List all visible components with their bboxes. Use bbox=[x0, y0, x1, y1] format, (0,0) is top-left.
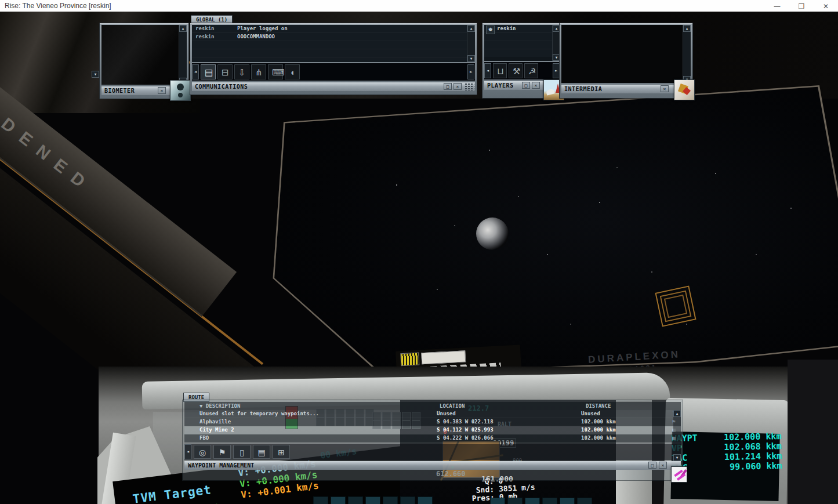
communications-message-list[interactable]: reskin Player logged on reskin OOOCOMMAN… bbox=[192, 25, 467, 62]
waypoint-titlebar[interactable]: WAYPOINT MANAGEMENT □ ✕ bbox=[184, 461, 681, 470]
players-toolbar: ◄ ⊔ ⚒ ☭ ► bbox=[484, 62, 560, 79]
radio-icon[interactable]: ▤ bbox=[201, 64, 216, 79]
antenna-icon[interactable]: ⋔ bbox=[251, 64, 266, 79]
nav-value: 99.060 kkm bbox=[708, 461, 782, 473]
player-row[interactable]: ☻ reskin bbox=[484, 25, 552, 33]
communications-scroll-down-button[interactable]: ▼ bbox=[467, 55, 475, 62]
resize-grip[interactable] bbox=[464, 82, 474, 91]
waypoint-scroll-down-button[interactable]: ▼ bbox=[673, 454, 681, 461]
waypoint-location: Unused bbox=[437, 410, 581, 418]
biometer-side-button[interactable]: ▼ bbox=[92, 71, 99, 78]
players-list[interactable]: ☻ reskin bbox=[484, 25, 552, 61]
communications-toolbar: ◄ ▤ ⊟ ⇩ ⋔ ⌨ ◖ ► bbox=[192, 63, 475, 81]
toolbar-scroll-right-button[interactable]: ► bbox=[553, 63, 560, 78]
column-distance[interactable]: DISTANCE bbox=[586, 402, 673, 410]
waypoint-location: S 04.222 W 026.066 bbox=[437, 434, 581, 442]
waypoint-location: S 04.112 W 025.993 bbox=[437, 426, 581, 434]
waypoint-row[interactable]: Unused slot for temporary waypoints... U… bbox=[184, 410, 681, 418]
biometer-panel: ▲ ▼ BIOMETER ✕ bbox=[100, 23, 188, 99]
biometer-scrollbar[interactable]: ▲ ▼ bbox=[179, 25, 187, 85]
message-row-empty bbox=[192, 57, 467, 62]
intermedia-titlebar[interactable]: INTERMEDIA ✕ bbox=[561, 85, 691, 93]
message-row[interactable]: reskin OOOCOMMANDOO bbox=[192, 33, 467, 41]
folder-add-icon[interactable]: ⊞ bbox=[273, 445, 290, 459]
message-sender: reskin bbox=[192, 33, 237, 41]
tools-icon[interactable]: ☭ bbox=[524, 63, 538, 78]
nav-distance-display: WAYPT102.000 kkm VP102.068 kkm TAC101.21… bbox=[671, 432, 782, 473]
waypoint-close-button[interactable]: ✕ bbox=[659, 462, 667, 469]
waypoint-panel: ROUTE ▼ DESCRIPTION LOCATION DISTANCE Un… bbox=[183, 393, 683, 480]
waypoint-table-header: ▼ DESCRIPTION LOCATION DISTANCE bbox=[184, 402, 681, 410]
players-scrollbar[interactable]: ▲ ▼ bbox=[552, 25, 560, 61]
player-row-empty bbox=[484, 41, 552, 49]
receive-icon[interactable]: ⇩ bbox=[234, 64, 249, 79]
waypoint-location: S 04.383 W 022.118 bbox=[437, 418, 581, 426]
message-text: OOOCOMMANDOO bbox=[237, 33, 467, 41]
message-sender: reskin bbox=[192, 25, 237, 32]
message-row-empty bbox=[192, 41, 467, 49]
waypoint-scrollbar[interactable]: ▲ ▼ bbox=[673, 410, 681, 461]
toolbar-scroll-left-button[interactable]: ◄ bbox=[184, 444, 191, 459]
communications-frame: reskin Player logged on reskin OOOCOMMAN… bbox=[190, 23, 477, 95]
intermedia-panel: ▲ ▼ INTERMEDIA ✕ bbox=[560, 23, 692, 98]
window-maximize-button[interactable]: ❐ bbox=[790, 0, 813, 12]
column-location[interactable]: LOCATION bbox=[440, 402, 586, 410]
voice-icon[interactable]: ◖ bbox=[285, 64, 300, 79]
intermedia-title: INTERMEDIA bbox=[564, 86, 602, 92]
waypoint-scroll-up-button[interactable]: ▲ bbox=[673, 410, 681, 417]
intermedia-scrollbar[interactable]: ▲ ▼ bbox=[683, 25, 691, 83]
window-corner-emblem bbox=[655, 285, 696, 327]
waypoint-row[interactable]: Alphaville S 04.383 W 022.118 102.000 kk… bbox=[184, 418, 681, 426]
biometer-close-button[interactable]: ✕ bbox=[158, 87, 166, 94]
message-row[interactable]: reskin Player logged on bbox=[192, 25, 467, 33]
waypoint-minimize-button[interactable]: □ bbox=[648, 462, 656, 469]
biometer-badge-icon bbox=[170, 80, 191, 101]
tab-global[interactable]: GLOBAL (1) bbox=[191, 16, 232, 24]
players-minimize-button[interactable]: □ bbox=[522, 82, 530, 89]
toolbar-scroll-right-button[interactable]: ► bbox=[467, 64, 474, 79]
column-description[interactable]: ▼ DESCRIPTION bbox=[184, 402, 440, 410]
waypoint-description: Alphaville bbox=[184, 418, 437, 426]
window-close-button[interactable]: ✕ bbox=[814, 0, 837, 12]
intermedia-scroll-up-button[interactable]: ▲ bbox=[683, 25, 691, 32]
waypoint-panel-frame: ▼ DESCRIPTION LOCATION DISTANCE Unused s… bbox=[183, 400, 683, 480]
folder-icon[interactable]: ▤ bbox=[253, 445, 270, 459]
intermedia-close-button[interactable]: ✕ bbox=[661, 85, 669, 92]
communications-title: COMMUNICATIONS bbox=[195, 84, 248, 90]
tape-icon[interactable]: ⊟ bbox=[217, 64, 233, 79]
communications-scrollbar[interactable]: ▲ ▼ bbox=[467, 25, 475, 62]
communications-minimize-button[interactable]: □ bbox=[444, 83, 452, 90]
waypoint-row[interactable]: FBO S 04.222 W 026.066 102.000 kkm ▦ bbox=[184, 434, 681, 443]
os-titlebar: Rise: The Vieneo Province [reskin] — ❐ ✕ bbox=[0, 0, 838, 12]
communications-scroll-up-button[interactable]: ▲ bbox=[467, 25, 475, 32]
cockpit-scene: RDENED DURAPLEXON SR1991 212.7 0 RALT 10… bbox=[0, 12, 838, 504]
player-row-empty bbox=[484, 33, 552, 41]
biometer-scroll-up-button[interactable]: ▲ bbox=[179, 25, 187, 32]
waypoint-distance: 102.000 kkm bbox=[581, 434, 667, 442]
communications-titlebar[interactable]: COMMUNICATIONS □ ✕ bbox=[192, 82, 475, 91]
players-title: PLAYERS bbox=[487, 82, 514, 89]
target-icon[interactable]: ◎ bbox=[194, 445, 211, 459]
waypoint-description: City Mine 2 bbox=[184, 426, 437, 434]
players-close-button[interactable]: ✕ bbox=[532, 82, 540, 89]
window-minimize-button[interactable]: — bbox=[766, 0, 789, 12]
flag-icon[interactable]: ⚑ bbox=[213, 445, 231, 459]
tvm-closure-partial: sure bbox=[198, 501, 220, 504]
waypoint-badge-icon bbox=[671, 466, 687, 483]
toolbar-scroll-left-button[interactable]: ◄ bbox=[484, 63, 491, 78]
beacon-icon[interactable]: ⚒ bbox=[509, 63, 523, 78]
teletype-icon[interactable]: ⌨ bbox=[268, 64, 283, 79]
waypoint-row-selected[interactable]: City Mine 2 S 04.112 W 025.993 102.000 k… bbox=[184, 426, 681, 434]
bottom-icon-strip bbox=[490, 498, 592, 504]
message-text: Player logged on bbox=[237, 25, 467, 32]
toolbar-scroll-left-button[interactable]: ◄ bbox=[192, 64, 199, 79]
tvm-title: TVM Target bbox=[132, 483, 212, 504]
waypoint-toolbar: ◄ ◎ ⚑ ▯ ▤ ⊞ bbox=[184, 444, 681, 460]
communications-close-button[interactable]: ✕ bbox=[454, 83, 462, 90]
waypoint-title: WAYPOINT MANAGEMENT bbox=[188, 462, 254, 469]
biometer-title: BIOMETER bbox=[104, 88, 135, 94]
trash-icon[interactable]: ▯ bbox=[233, 445, 251, 459]
planet bbox=[476, 217, 509, 250]
bucket-icon[interactable]: ⊔ bbox=[493, 63, 507, 78]
waypoint-description: FBO bbox=[184, 434, 437, 442]
